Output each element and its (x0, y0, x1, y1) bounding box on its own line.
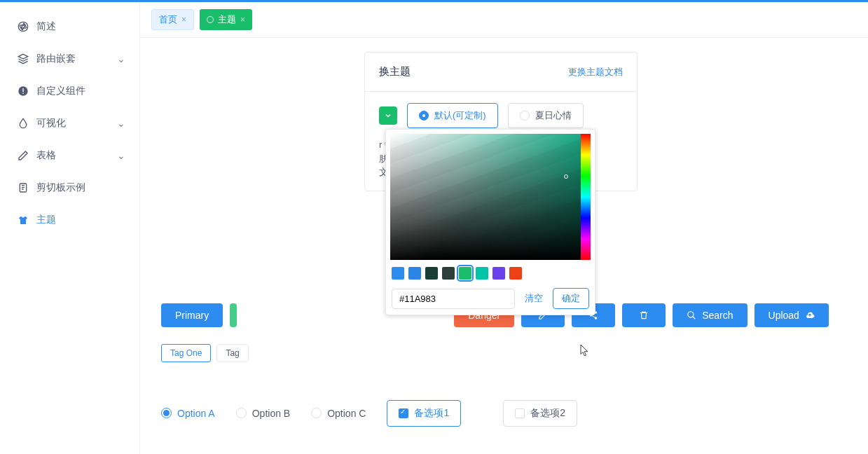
color-picker-panel: 清空 确定 (385, 129, 595, 315)
svg-rect-3 (22, 93, 23, 94)
clear-button[interactable]: 清空 (521, 292, 547, 305)
pencil-icon (17, 149, 29, 162)
swatch[interactable] (492, 267, 505, 280)
tag-one[interactable]: Tag One (161, 344, 211, 362)
alert-icon (17, 85, 29, 97)
radio-icon (419, 111, 429, 121)
success-button[interactable] (230, 303, 237, 327)
option-label: 夏日心情 (535, 109, 572, 122)
tab-theme[interactable]: 主题× (200, 9, 252, 30)
sidebar: 简述 路由嵌套⌄ 自定义组件 可视化⌄ 表格⌄ 剪切板示例 主题 (0, 2, 140, 454)
options-row: Option A Option B Option C 备选项1 备选项2 (161, 400, 847, 427)
close-icon[interactable]: × (181, 15, 186, 25)
checkbox-label: 备选项1 (414, 407, 449, 420)
button-label: Search (702, 310, 733, 321)
swatch[interactable] (425, 267, 438, 280)
radio-icon (161, 408, 172, 418)
main-content: 首页× 主题× 换主题 更换主题文档 默认(可定制) 夏日心情 r 中的更换皮肤… (140, 2, 868, 454)
sidebar-item-overview[interactable]: 简述 (0, 11, 139, 43)
sidebar-item-visualization[interactable]: 可视化⌄ (0, 107, 139, 139)
upload-button[interactable]: Upload (755, 303, 829, 327)
tab-dot-icon (207, 16, 214, 23)
radio-option-b[interactable]: Option B (236, 408, 290, 419)
radio-label: Option A (177, 408, 215, 419)
tab-bar: 首页× 主题× (140, 2, 868, 38)
checkbox-option-1[interactable]: 备选项1 (387, 400, 461, 427)
radio-label: Option B (252, 408, 290, 419)
checkbox-label: 备选项2 (530, 407, 565, 420)
sidebar-item-label: 自定义组件 (36, 85, 85, 97)
layers-icon (17, 53, 29, 65)
tab-label: 主题 (218, 13, 236, 26)
svg-rect-2 (22, 88, 23, 92)
search-button[interactable]: Search (673, 303, 747, 327)
button-label: Upload (769, 310, 799, 321)
delete-button[interactable] (622, 303, 666, 327)
theme-option-default[interactable]: 默认(可定制) (407, 103, 498, 128)
sidebar-item-label: 路由嵌套 (36, 53, 76, 65)
swatch-selected[interactable] (459, 267, 471, 280)
sidebar-item-components[interactable]: 自定义组件 (0, 75, 139, 107)
radio-icon (520, 111, 530, 121)
drop-icon (17, 117, 29, 130)
swatch[interactable] (509, 267, 522, 280)
tag-two[interactable]: Tag (216, 344, 248, 362)
checkbox-option-2[interactable]: 备选项2 (503, 400, 577, 427)
tab-label: 首页 (159, 13, 177, 26)
sidebar-item-clipboard[interactable]: 剪切板示例 (0, 172, 139, 204)
saturation-panel[interactable] (390, 134, 586, 260)
chevron-down-icon: ⌄ (117, 150, 125, 161)
sidebar-item-label: 主题 (36, 214, 56, 226)
swatch[interactable] (442, 267, 455, 280)
sidebar-item-routing[interactable]: 路由嵌套⌄ (0, 43, 139, 75)
chevron-down-icon: ⌄ (117, 53, 125, 64)
tab-home[interactable]: 首页× (151, 9, 194, 30)
hue-slider[interactable] (581, 134, 591, 260)
shirt-icon (17, 214, 29, 226)
sidebar-item-theme[interactable]: 主题 (0, 204, 139, 236)
theme-docs-link[interactable]: 更换主题文档 (568, 66, 623, 78)
radio-icon (236, 408, 247, 418)
radio-option-a[interactable]: Option A (161, 408, 215, 419)
sidebar-item-label: 表格 (36, 149, 56, 162)
swatch[interactable] (408, 267, 421, 280)
svg-point-8 (688, 311, 694, 317)
primary-button[interactable]: Primary (161, 303, 223, 327)
checkbox-icon (515, 408, 525, 418)
sidebar-item-tables[interactable]: 表格⌄ (0, 139, 139, 172)
confirm-button[interactable]: 确定 (553, 288, 589, 309)
sidebar-item-label: 简述 (36, 20, 56, 33)
clipboard-icon (17, 181, 29, 194)
color-picker-trigger[interactable] (379, 106, 397, 125)
sidebar-item-label: 剪切板示例 (36, 181, 85, 194)
close-icon[interactable]: × (240, 15, 245, 25)
option-label: 默认(可定制) (434, 109, 486, 122)
card-title: 换主题 (379, 65, 411, 78)
tag-row: Tag One Tag (161, 344, 847, 362)
aperture-icon (17, 20, 29, 33)
hex-input[interactable] (392, 289, 515, 309)
color-swatches (390, 266, 591, 287)
radio-icon (311, 408, 322, 418)
swatch[interactable] (476, 267, 488, 280)
chevron-down-icon: ⌄ (117, 118, 125, 129)
sidebar-item-label: 可视化 (36, 117, 66, 130)
theme-option-summer[interactable]: 夏日心情 (508, 103, 584, 128)
radio-label: Option C (327, 408, 366, 419)
swatch[interactable] (392, 267, 404, 280)
color-cursor (564, 174, 568, 179)
checkbox-icon (399, 408, 408, 418)
radio-option-c[interactable]: Option C (311, 408, 366, 419)
